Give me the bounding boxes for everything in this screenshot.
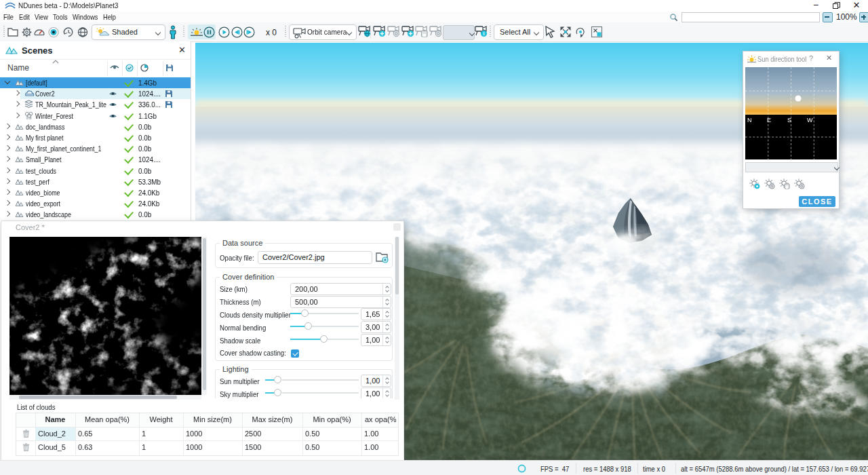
svg-text:W: W (807, 117, 813, 124)
svg-text:E: E (767, 117, 771, 124)
svg-text:N: N (747, 117, 752, 124)
svg-text:S: S (787, 117, 791, 124)
svg-text:i: i (483, 31, 484, 37)
